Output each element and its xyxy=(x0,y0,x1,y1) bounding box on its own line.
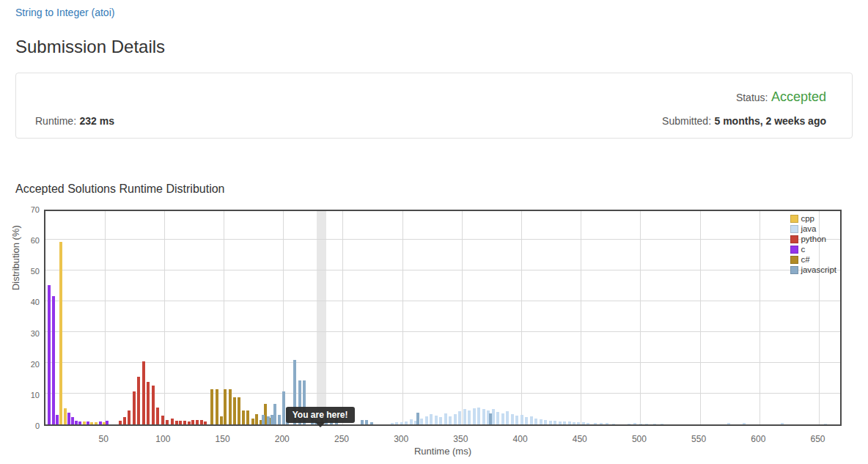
bar-c#-162.5ms xyxy=(238,397,240,425)
tooltip-arrow-icon xyxy=(315,422,326,427)
bar-java-500ms xyxy=(639,424,642,424)
bar-c-22.5ms xyxy=(71,417,74,424)
x-tick-label-400: 400 xyxy=(513,434,528,444)
grid-line-x-50 xyxy=(105,211,106,424)
bar-c-3ms xyxy=(48,285,51,424)
legend-item-java[interactable]: java xyxy=(790,224,836,233)
legend-swatch-icon xyxy=(790,266,798,274)
x-tick-label-50: 50 xyxy=(99,434,108,444)
y-tick-label-0: 0 xyxy=(18,421,40,430)
legend-label: c xyxy=(801,245,805,254)
bar-java-324ms xyxy=(430,414,433,424)
x-tick-label-600: 600 xyxy=(751,434,765,444)
bar-c#-151ms xyxy=(224,389,227,424)
grid-line-y-20 xyxy=(45,362,840,363)
bar-python-127.5ms xyxy=(196,420,199,424)
legend-item-python[interactable]: python xyxy=(790,235,836,243)
bar-java-428ms xyxy=(553,421,556,424)
bar-c-26ms xyxy=(75,421,78,424)
grid-line-x-250 xyxy=(342,211,343,424)
y-tick-label-30: 30 xyxy=(18,329,40,338)
bar-java-360ms xyxy=(473,408,476,424)
grid-line-y-10 xyxy=(45,393,840,394)
bar-java-384ms xyxy=(501,413,504,424)
bar-java-307ms xyxy=(410,419,413,424)
bar-c#-144ms xyxy=(216,389,218,424)
runtime-value: 232 ms xyxy=(79,115,114,127)
bar-java-408ms xyxy=(530,416,533,424)
grid-line-x-600 xyxy=(760,211,760,424)
chart-plot-area: cppjavapythoncc#javascript xyxy=(44,210,842,426)
x-tick-label-100: 100 xyxy=(155,434,170,444)
bar-python-78.5ms xyxy=(137,377,140,424)
bar-java-416ms xyxy=(540,419,542,424)
legend-label: java xyxy=(801,224,816,233)
y-axis-title: Distribution (%) xyxy=(10,225,21,290)
bar-java-490ms xyxy=(628,424,630,424)
bar-java-412ms xyxy=(534,419,537,424)
you-are-here-band xyxy=(317,211,326,424)
bar-java-472ms xyxy=(606,423,608,424)
grid-line-y-30 xyxy=(45,331,840,332)
legend-item-javascript[interactable]: javascript xyxy=(790,265,836,274)
bar-java-396ms xyxy=(515,416,518,424)
bar-java-404ms xyxy=(525,417,528,424)
y-tick-label-50: 50 xyxy=(18,267,40,276)
bar-java-328ms xyxy=(435,416,438,424)
bar-c#-140ms xyxy=(210,389,213,424)
runtime-row: Runtime: 232 ms xyxy=(35,114,114,128)
legend-item-csharp[interactable]: c# xyxy=(790,255,836,264)
status-label: Status: xyxy=(736,92,768,103)
bar-java-336ms xyxy=(444,413,447,424)
bar-java-368ms xyxy=(482,409,485,424)
y-tick-label-10: 10 xyxy=(18,391,40,399)
grid-line-x-450 xyxy=(581,211,581,424)
y-tick-label-40: 40 xyxy=(18,298,40,306)
bar-python-113.5ms xyxy=(179,421,182,424)
bar-java-400ms xyxy=(521,415,523,424)
legend-label: c# xyxy=(801,255,809,264)
bar-python-86.5ms xyxy=(147,382,150,424)
bar-javascript-187ms xyxy=(267,416,270,424)
legend-swatch-icon xyxy=(790,246,798,254)
bar-java-456ms xyxy=(586,423,589,424)
bar-cpp-13ms xyxy=(59,242,62,424)
bar-python-124ms xyxy=(191,420,194,424)
grid-line-y-50 xyxy=(45,270,840,270)
bar-python-82.5ms xyxy=(142,361,145,424)
submitted-row: Submitted: 5 months, 2 weeks ago xyxy=(662,114,826,128)
y-tick-label-60: 60 xyxy=(18,236,40,245)
bar-java-291ms xyxy=(391,423,394,424)
x-tick-label-550: 550 xyxy=(691,434,706,444)
submitted-label: Submitted: xyxy=(662,115,711,127)
grid-line-x-400 xyxy=(521,211,522,424)
problem-link[interactable]: String to Integer (atoi) xyxy=(15,7,114,18)
legend-item-c[interactable]: c xyxy=(790,245,836,254)
y-tick-label-20: 20 xyxy=(18,360,40,369)
bar-c-29ms xyxy=(78,421,81,424)
bar-cpp-16.5ms xyxy=(64,408,67,424)
bar-python-120.5ms xyxy=(188,421,191,424)
x-tick-label-450: 450 xyxy=(573,434,587,444)
bar-java-574ms xyxy=(727,423,730,424)
legend-item-cpp[interactable]: cpp xyxy=(790,214,836,223)
bar-c#-174ms xyxy=(251,419,254,424)
bar-java-344ms xyxy=(454,414,457,424)
bar-java-462ms xyxy=(594,423,597,424)
bar-c#-159ms xyxy=(233,397,236,425)
bar-java-467ms xyxy=(600,423,603,424)
grid-line-y-60 xyxy=(45,239,840,240)
bar-python-110ms xyxy=(175,421,178,424)
bar-java-295ms xyxy=(395,422,398,424)
bar-python-131ms xyxy=(200,420,203,424)
x-tick-label-500: 500 xyxy=(632,434,647,444)
bar-java-444ms xyxy=(573,422,575,424)
page-title: Submission Details xyxy=(15,37,165,57)
bar-python-102.5ms xyxy=(166,420,169,424)
bar-python-98.5ms xyxy=(161,416,164,424)
bar-java-380ms xyxy=(496,412,499,424)
x-tick-label-200: 200 xyxy=(275,434,290,444)
legend-swatch-icon xyxy=(790,225,798,233)
bar-java-512ms xyxy=(653,424,656,424)
bar-java-655ms xyxy=(824,424,827,424)
